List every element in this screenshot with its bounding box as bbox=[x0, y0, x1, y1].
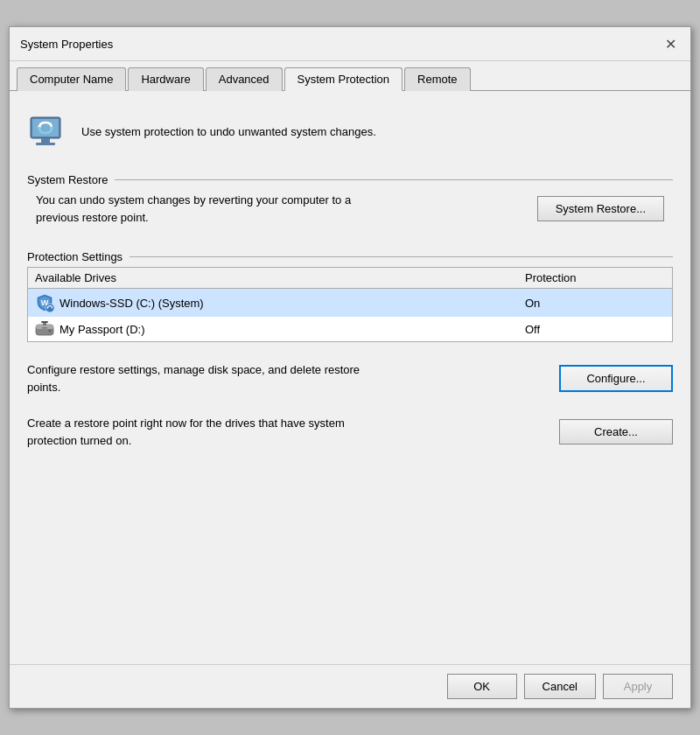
svg-point-11 bbox=[48, 329, 52, 332]
system-restore-heading: System Restore bbox=[27, 173, 673, 186]
drives-table: Available Drives Protection W bbox=[27, 267, 673, 342]
tab-bar: Computer Name Hardware Advanced System P… bbox=[10, 61, 690, 91]
create-desc: Create a restore point right now for the… bbox=[27, 415, 395, 449]
system-properties-window: System Properties ✕ Computer Name Hardwa… bbox=[9, 26, 691, 709]
table-row[interactable]: My Passport (D:) Off bbox=[28, 317, 672, 341]
footer: OK Cancel Apply bbox=[10, 664, 690, 708]
configure-button[interactable]: Configure... bbox=[559, 365, 673, 392]
drive-name-external: My Passport (D:) bbox=[35, 321, 525, 337]
main-content: Use system protection to undo unwanted s… bbox=[10, 91, 690, 664]
section-divider-2 bbox=[130, 256, 673, 257]
col-header-protection: Protection bbox=[525, 271, 665, 284]
system-protection-icon bbox=[27, 110, 69, 152]
system-restore-desc: You can undo system changes by reverting… bbox=[36, 192, 386, 226]
section-divider bbox=[115, 179, 673, 180]
cancel-button[interactable]: Cancel bbox=[524, 674, 596, 699]
tab-hardware[interactable]: Hardware bbox=[128, 67, 203, 91]
system-drive-icon: W bbox=[35, 293, 54, 312]
system-restore-content: You can undo system changes by reverting… bbox=[27, 186, 673, 234]
configure-section: Configure restore settings, manage disk … bbox=[27, 358, 673, 399]
description-banner: Use system protection to undo unwanted s… bbox=[27, 105, 673, 158]
svg-point-7 bbox=[46, 304, 54, 312]
tab-computer-name[interactable]: Computer Name bbox=[17, 67, 126, 91]
table-row[interactable]: W Windows-SSD (C:) (System) On bbox=[28, 289, 672, 317]
tab-advanced[interactable]: Advanced bbox=[206, 67, 283, 91]
drive-name-text-2: My Passport (D:) bbox=[60, 323, 145, 336]
protection-settings-section: Protection Settings Available Drives Pro… bbox=[27, 247, 673, 346]
description-text: Use system protection to undo unwanted s… bbox=[81, 125, 376, 138]
tab-remote[interactable]: Remote bbox=[404, 67, 471, 91]
create-section: Create a restore point right now for the… bbox=[27, 411, 673, 452]
drive-name-system: W Windows-SSD (C:) (System) bbox=[35, 293, 525, 312]
close-button[interactable]: ✕ bbox=[661, 34, 680, 53]
title-bar: System Properties ✕ bbox=[10, 27, 690, 61]
window-title: System Properties bbox=[20, 38, 113, 51]
drive-protection-status: On bbox=[525, 297, 665, 310]
apply-button[interactable]: Apply bbox=[603, 674, 673, 699]
ok-button[interactable]: OK bbox=[447, 674, 517, 699]
system-restore-section: System Restore You can undo system chang… bbox=[27, 170, 673, 234]
drive-name-text: Windows-SSD (C:) (System) bbox=[60, 297, 204, 310]
protection-settings-label: Protection Settings bbox=[27, 250, 122, 263]
drives-table-header: Available Drives Protection bbox=[28, 268, 672, 289]
system-restore-label: System Restore bbox=[27, 173, 108, 186]
svg-rect-3 bbox=[36, 143, 55, 145]
configure-desc: Configure restore settings, manage disk … bbox=[27, 361, 395, 396]
svg-rect-14 bbox=[41, 321, 48, 323]
external-drive-icon bbox=[35, 321, 54, 337]
svg-rect-2 bbox=[41, 138, 50, 143]
system-restore-button[interactable]: System Restore... bbox=[537, 196, 664, 221]
tab-system-protection[interactable]: System Protection bbox=[284, 67, 403, 91]
drive-protection-status-2: Off bbox=[525, 323, 665, 336]
svg-rect-12 bbox=[42, 327, 47, 329]
create-button[interactable]: Create... bbox=[559, 419, 673, 444]
protection-settings-heading: Protection Settings bbox=[27, 250, 673, 263]
col-header-drives: Available Drives bbox=[35, 271, 525, 284]
